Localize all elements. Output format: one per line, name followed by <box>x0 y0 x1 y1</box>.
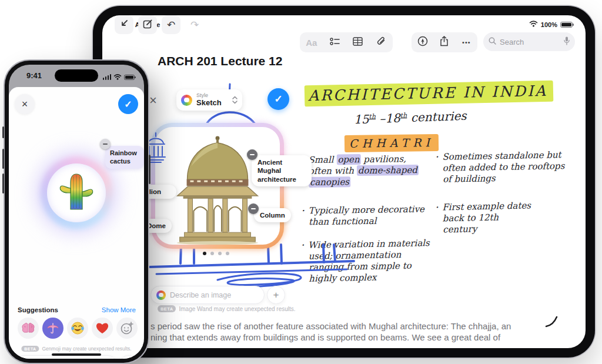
power-button <box>149 155 150 184</box>
paragraph-line: s period saw the rise of another feature… <box>150 320 586 332</box>
actions-toolbar-group: ••• <box>412 32 477 52</box>
image-wand-accept-button[interactable]: ✓ <box>267 88 289 110</box>
markup-button[interactable] <box>413 36 432 49</box>
cellular-signal-icon <box>103 74 112 80</box>
chevron-up-down-icon <box>232 96 238 104</box>
handwritten-heading: ARCHITECTURE IN INDIA <box>305 82 553 105</box>
apple-intelligence-icon <box>181 95 192 106</box>
new-genmoji-button[interactable] <box>116 318 138 339</box>
home-indicator[interactable] <box>52 353 101 356</box>
table-icon <box>353 37 363 48</box>
paperclip-icon <box>376 36 386 48</box>
image-wand-close-button[interactable]: × <box>149 93 157 108</box>
ipad-status-bar-right: 100% <box>529 21 573 28</box>
share-icon <box>440 36 449 49</box>
apple-intelligence-icon <box>156 290 166 300</box>
brain-emoji[interactable] <box>18 318 39 339</box>
ipad-notes-app: 9:41 AMTue Apr 1 100% ↶ ↷ Aa <box>102 15 586 348</box>
note-bullet: ·Sometimes standalone but often added to… <box>435 149 571 185</box>
undo-icon: ↶ <box>167 20 175 30</box>
dynamic-island <box>55 69 98 82</box>
checkmark-icon: ✓ <box>274 93 282 105</box>
genmoji-accept-button[interactable]: ✓ <box>118 94 138 114</box>
compose-icon <box>143 19 153 31</box>
collapse-arrows-icon <box>119 19 129 31</box>
compose-button[interactable] <box>138 15 157 34</box>
ellipsis-icon: ••• <box>462 39 471 46</box>
remove-tag-button[interactable] <box>247 149 257 160</box>
image-wand-beta-note: BETA Image Wand may create unexpected re… <box>158 305 296 312</box>
red-heart-emoji[interactable] <box>92 318 113 339</box>
plus-icon: + <box>273 289 279 301</box>
rainbow-cactus-genmoji[interactable] <box>59 173 94 213</box>
note-bullet: · Small open pavilions, often with dome-… <box>301 153 426 188</box>
pencil-tip-circle-icon <box>417 36 428 49</box>
umbrella-genmoji[interactable] <box>42 318 63 339</box>
share-button[interactable] <box>435 36 454 49</box>
iphone-clock: 9:41 <box>26 71 42 80</box>
remove-tag-button[interactable] <box>248 203 259 214</box>
typed-paragraph: s period saw the rise of another feature… <box>150 320 586 343</box>
suggestions-row <box>18 318 138 339</box>
genmoji-close-button[interactable]: × <box>15 94 35 114</box>
style-value: Sketch <box>196 99 228 107</box>
search-icon <box>489 36 496 47</box>
text-format-button[interactable]: Aa <box>302 38 321 48</box>
close-icon: × <box>149 93 157 108</box>
table-button[interactable] <box>349 37 367 48</box>
add-image-button[interactable]: + <box>267 286 285 304</box>
genmoji-attribute-label[interactable]: Rainbow cactus <box>105 146 144 169</box>
note-title: ARCH 201 Lecture 12 <box>158 54 282 68</box>
battery-icon <box>560 22 573 28</box>
genmoji-beta-note: BETA Genmoji may create unexpected resul… <box>21 346 131 352</box>
redo-icon: ↷ <box>190 20 199 30</box>
tag-ancient-mughal[interactable]: Ancient Mughal architecture <box>252 155 312 186</box>
marketing-canvas: 9:41 AMTue Apr 1 100% ↶ ↷ Aa <box>0 0 602 364</box>
remove-genmoji-attribute-button[interactable] <box>100 139 111 149</box>
suggestions-title: Suggestions <box>18 306 58 313</box>
describe-image-field[interactable] <box>150 286 265 304</box>
more-button[interactable]: ••• <box>457 39 476 46</box>
search-input[interactable] <box>500 38 560 46</box>
volume-up-button <box>2 149 4 169</box>
ipad-device: 9:41 AMTue Apr 1 100% ↶ ↷ Aa <box>93 6 595 358</box>
people-genmoji-button[interactable] <box>119 355 138 359</box>
page-curl-indicator[interactable] <box>544 314 560 329</box>
close-icon: × <box>22 98 28 111</box>
checklist-button[interactable] <box>325 37 344 48</box>
paragraph-line: ning that extends away from buildings an… <box>150 332 586 343</box>
style-picker[interactable]: Style Sketch <box>176 89 242 111</box>
beta-badge: BETA <box>21 346 39 352</box>
laughing-crying-emoji[interactable] <box>67 318 88 339</box>
mute-switch <box>2 126 4 138</box>
describe-image-input[interactable] <box>170 291 259 299</box>
mic-icon <box>564 36 570 48</box>
tag-column[interactable]: Column <box>254 208 291 222</box>
formatting-toolbar-group: Aa <box>300 32 393 52</box>
battery-percent: 100% <box>541 21 557 28</box>
handwritten-section-title: CHHATRI <box>345 136 439 150</box>
image-pager-dots[interactable] <box>203 252 229 255</box>
search-field[interactable] <box>483 32 575 51</box>
beta-badge: BETA <box>158 305 176 312</box>
redo-button[interactable]: ↷ <box>185 15 204 34</box>
exit-markup-button[interactable] <box>115 15 133 34</box>
handwritten-subheading: 15th –18th centuries <box>354 109 467 127</box>
iphone-device: 9:41 × ✓ <box>5 61 148 363</box>
show-more-link[interactable]: Show More <box>102 306 136 313</box>
battery-icon <box>124 75 135 80</box>
undo-button[interactable]: ↶ <box>162 15 180 34</box>
checkmark-icon: ✓ <box>124 99 132 110</box>
note-bullet: ·Typically more decorative than function… <box>301 204 426 228</box>
volume-down-button <box>2 173 4 193</box>
wifi-icon <box>113 72 122 82</box>
wifi-icon <box>529 21 538 28</box>
genmoji-sheet: × ✓ <box>9 87 144 359</box>
iphone-status-icons <box>103 72 135 82</box>
checklist-icon <box>330 37 340 48</box>
iphone-genmoji-sheet: 9:41 × ✓ <box>9 65 144 359</box>
note-bullet: ·First example dates back to 12th centur… <box>434 200 535 236</box>
attach-button[interactable] <box>372 36 390 48</box>
